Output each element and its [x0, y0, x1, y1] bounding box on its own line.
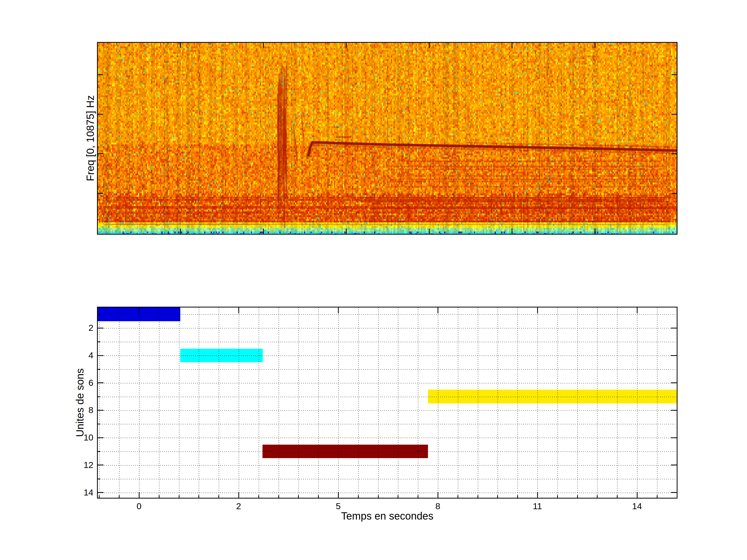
gridline-vertical: [338, 308, 339, 498]
x-minor-tick: [397, 495, 398, 498]
x-minor-tick: [597, 495, 598, 498]
x-minor-tick: [358, 495, 359, 498]
gridline-vertical: [438, 308, 438, 498]
y-minor-tick: [98, 369, 100, 370]
x-minor-tick: [617, 495, 618, 498]
spectrogram-ylabel: Freq [0, 10875] Hz: [84, 95, 96, 181]
x-major-tick: [238, 308, 239, 313]
gridline-horizontal: [98, 410, 677, 411]
gridline-vertical: [418, 308, 418, 498]
gridline-vertical: [558, 308, 558, 498]
x-major-tick: [139, 492, 139, 498]
gridline-horizontal: [98, 437, 677, 438]
x-major-tick: [238, 492, 239, 498]
gridline-horizontal: [98, 355, 677, 356]
y-minor-tick: [98, 479, 100, 479]
y-major-tick: [671, 492, 677, 493]
x-minor-tick: [378, 495, 379, 498]
x-tick-label: 11: [522, 501, 553, 511]
gridline-vertical: [398, 308, 398, 498]
gridline-horizontal: [98, 397, 677, 397]
gridline-vertical: [179, 308, 179, 498]
x-major-tick: [438, 308, 438, 313]
x-minor-tick: [577, 495, 578, 498]
gridline-horizontal: [98, 328, 677, 328]
x-minor-tick: [497, 495, 498, 498]
y-minor-tick: [98, 396, 100, 397]
gridline-vertical: [517, 308, 518, 498]
x-minor-tick: [418, 495, 418, 498]
x-minor-tick: [99, 495, 100, 498]
gridline-vertical: [119, 308, 120, 498]
gridline-horizontal: [98, 383, 677, 383]
gridline-vertical: [159, 308, 159, 498]
y-major-tick: [671, 410, 677, 411]
x-major-tick: [338, 492, 339, 498]
x-minor-tick: [218, 495, 219, 498]
y-tick-label: 2: [70, 323, 93, 333]
gridline-horizontal: [98, 451, 677, 452]
gantt-xlabel: Temps en secondes: [341, 510, 433, 522]
gridline-vertical: [537, 308, 538, 498]
gridline-horizontal: [98, 342, 677, 342]
gridline-vertical: [318, 308, 319, 498]
y-major-tick: [98, 437, 103, 438]
x-minor-tick: [159, 495, 159, 498]
gridline-vertical: [637, 308, 638, 498]
gridline-vertical: [298, 308, 299, 498]
y-major-tick: [98, 464, 103, 465]
x-tick-label: 2: [223, 501, 254, 511]
x-tick-label: 14: [621, 501, 652, 511]
gridline-horizontal: [98, 465, 677, 465]
gridline-vertical: [458, 308, 458, 498]
x-minor-tick: [199, 495, 199, 498]
y-tick-label: 8: [70, 405, 93, 415]
y-tick-label: 6: [70, 378, 93, 388]
x-minor-tick: [557, 495, 558, 498]
y-minor-tick: [98, 342, 100, 342]
gridline-vertical: [597, 308, 598, 498]
x-major-tick: [637, 308, 638, 313]
x-minor-tick: [179, 495, 179, 498]
y-major-tick: [671, 382, 677, 383]
gridline-vertical: [218, 308, 219, 498]
x-major-tick: [139, 308, 139, 313]
gridline-vertical: [657, 308, 658, 498]
y-minor-tick: [98, 314, 100, 315]
x-minor-tick: [318, 495, 319, 498]
y-major-tick: [671, 437, 677, 438]
gridline-vertical: [478, 308, 478, 498]
figure-canvas: Freq [0, 10875] Hz Unites de sons Temps …: [0, 0, 747, 560]
gridline-vertical: [99, 308, 100, 498]
x-minor-tick: [119, 495, 120, 498]
x-minor-tick: [478, 495, 478, 498]
gridline-vertical: [617, 308, 618, 498]
y-tick-label: 14: [70, 487, 93, 498]
x-minor-tick: [458, 495, 458, 498]
y-major-tick: [671, 328, 677, 328]
gridline-vertical: [358, 308, 359, 498]
y-tick-label: 4: [70, 350, 93, 361]
gridline-horizontal: [98, 479, 677, 479]
x-tick-label: 8: [422, 501, 454, 511]
x-major-tick: [537, 492, 538, 498]
gridline-vertical: [139, 308, 139, 498]
x-tick-label: 5: [323, 501, 354, 511]
y-tick-label: 12: [70, 460, 93, 470]
y-minor-tick: [98, 451, 100, 452]
y-tick-label: 10: [70, 432, 93, 443]
gridline-horizontal: [98, 424, 677, 424]
y-minor-tick: [98, 424, 100, 424]
gridline-vertical: [259, 308, 259, 498]
x-minor-tick: [278, 495, 279, 498]
x-minor-tick: [517, 495, 518, 498]
y-major-tick: [671, 464, 677, 465]
gridline-vertical: [577, 308, 578, 498]
x-major-tick: [338, 308, 339, 313]
x-minor-tick: [258, 495, 259, 498]
y-major-tick: [98, 382, 103, 383]
gridline-horizontal: [98, 492, 677, 493]
y-major-tick: [671, 355, 677, 356]
spectrogram-plot: [97, 42, 677, 235]
x-major-tick: [438, 492, 438, 498]
